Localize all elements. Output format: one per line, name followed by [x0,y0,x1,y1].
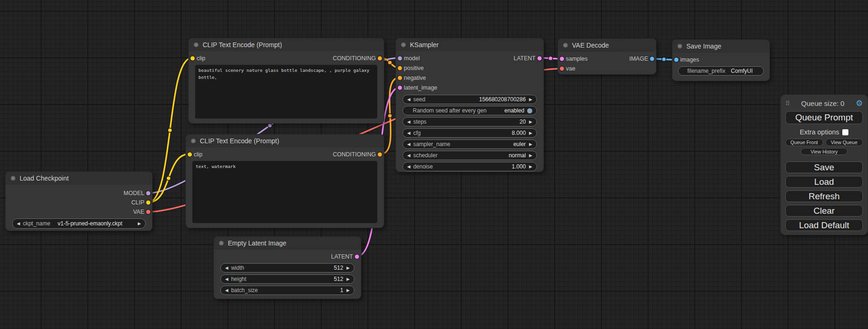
collapse-dot-icon[interactable] [191,139,196,143]
widget-value: 20 [520,119,526,125]
drag-handle-icon[interactable] [785,100,790,107]
increment-arrow-icon[interactable] [343,266,350,270]
node-title: Empty Latent Image [228,237,286,250]
increment-arrow-icon[interactable] [343,277,350,281]
input-slot-clip[interactable] [188,152,192,156]
widget-value: 512 [334,265,343,271]
decrement-arrow-icon[interactable] [407,142,410,147]
seed-widget[interactable]: seed 156680208700286 [402,95,537,104]
decrement-arrow-icon[interactable] [225,277,228,281]
widget-value: 1.000 [512,163,526,170]
refresh-button[interactable]: Refresh [785,190,863,202]
output-slot-clip[interactable] [146,201,150,205]
widget-label: height [231,276,247,282]
settings-gear-icon[interactable] [856,99,863,107]
increment-arrow-icon[interactable] [526,165,532,169]
batch-size-widget[interactable]: batch_size 1 [220,286,354,295]
load-default-button[interactable]: Load Default [785,219,863,231]
view-queue-button[interactable]: View Queue [826,139,863,146]
node-titlebar[interactable]: CLIP Text Encode (Prompt) [189,38,384,51]
collapse-dot-icon[interactable] [219,241,224,245]
output-label-conditioning: CONDITIONING [333,151,376,158]
node-titlebar[interactable]: CLIP Text Encode (Prompt) [186,134,384,147]
decrement-arrow-icon[interactable] [407,131,410,135]
view-history-button[interactable]: View History [801,148,847,155]
node-titlebar[interactable]: Empty Latent Image [214,237,361,250]
node-title: VAE Decode [572,39,609,52]
output-slot-conditioning[interactable] [378,152,382,156]
cfg-widget[interactable]: cfg 8.000 [402,128,537,138]
steps-widget[interactable]: steps 20 [402,117,537,126]
comfyui-canvas[interactable]: { "colors":{"model":"#b39ddb","clip":"#f… [0,0,868,329]
extra-options-checkbox[interactable] [842,129,848,135]
node-titlebar[interactable]: KSampler [396,38,543,51]
collapse-dot-icon[interactable] [11,176,15,181]
decrement-arrow-icon[interactable] [17,222,20,226]
queue-size-label: Queue size: 0 [790,99,856,107]
sampler-name-widget[interactable]: sampler_name euler [402,140,537,149]
filename-prefix-widget[interactable]: filename_prefix ComfyUI [678,66,764,76]
output-slot-image[interactable] [650,56,654,61]
denoise-widget[interactable]: denoise 1.000 [402,162,537,171]
collapse-dot-icon[interactable] [194,42,198,47]
queue-prompt-button[interactable]: Queue Prompt [785,111,863,124]
toggle-dot-icon[interactable] [527,108,532,113]
output-slot-model[interactable] [146,191,150,196]
ckpt-name-widget[interactable]: ckpt_name v1-5-pruned-emaonly.ckpt [12,218,146,229]
decrement-arrow-icon[interactable] [407,154,410,158]
input-label-negative: negative [404,75,426,81]
input-slot-model[interactable] [398,56,402,60]
input-label-images: images [680,56,699,63]
decrement-arrow-icon[interactable] [407,165,410,169]
save-button[interactable]: Save [785,161,863,173]
increment-arrow-icon[interactable] [343,288,350,293]
output-slot-conditioning[interactable] [378,56,382,60]
input-slot-negative[interactable] [398,76,402,80]
negative-prompt-textarea[interactable]: text, watermark [192,161,377,223]
collapse-dot-icon[interactable] [401,42,406,47]
increment-arrow-icon[interactable] [526,120,532,124]
node-titlebar[interactable]: VAE Decode [558,39,656,52]
widget-value: 1 [340,287,343,294]
input-label-clip: clip [194,151,203,158]
input-slot-clip[interactable] [191,56,195,60]
widget-label: scheduler [413,152,438,159]
input-slot-latent-image[interactable] [398,85,402,90]
node-titlebar[interactable]: Load Checkpoint [6,172,152,185]
increment-arrow-icon[interactable] [526,98,532,102]
positive-prompt-textarea[interactable]: beautiful scenery nature glass bottle la… [195,65,377,119]
scheduler-widget[interactable]: scheduler normal [402,151,537,160]
increment-arrow-icon[interactable] [134,222,141,226]
increment-arrow-icon[interactable] [526,154,532,158]
node-clip-text-encode-negative: CLIP Text Encode (Prompt) clip CONDITION… [186,134,384,228]
queue-front-button[interactable]: Queue Front [785,139,823,146]
collapse-dot-icon[interactable] [563,43,568,48]
output-slot-latent[interactable] [537,56,542,60]
input-slot-vae[interactable] [560,66,564,70]
random-seed-toggle-widget[interactable]: Random seed after every gen enabled [402,106,537,115]
output-slot-latent[interactable] [355,254,359,259]
input-slot-positive[interactable] [398,66,402,70]
widget-value: 512 [334,276,343,282]
node-titlebar[interactable]: Save Image [672,40,769,53]
clear-button[interactable]: Clear [785,205,863,217]
input-slot-images[interactable] [674,57,678,62]
decrement-arrow-icon[interactable] [407,98,410,102]
increment-arrow-icon[interactable] [526,131,532,135]
node-title: Save Image [686,40,721,53]
input-slot-samples[interactable] [560,56,564,61]
output-slot-vae[interactable] [146,210,150,214]
decrement-arrow-icon[interactable] [225,266,228,270]
collapse-dot-icon[interactable] [677,44,682,49]
decrement-arrow-icon[interactable] [407,120,410,124]
widget-label: seed [413,96,425,103]
height-widget[interactable]: height 512 [220,274,354,284]
increment-arrow-icon[interactable] [526,142,532,147]
decrement-arrow-icon[interactable] [225,288,228,293]
input-label-clip: clip [197,55,205,62]
widget-label: batch_size [231,287,258,294]
widget-value: normal [508,152,526,159]
width-widget[interactable]: width 512 [220,263,354,273]
output-label-image: IMAGE [629,56,648,62]
load-button[interactable]: Load [785,176,863,188]
